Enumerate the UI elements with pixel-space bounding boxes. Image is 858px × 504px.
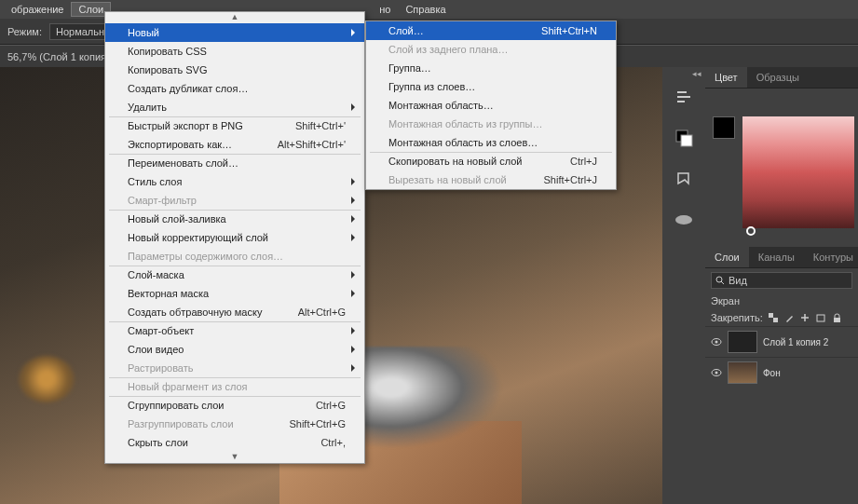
layers-panel: Вид Экран Закрепить: Слой 1 копия 2 Фон bbox=[705, 268, 858, 504]
layer-row[interactable]: Слой 1 копия 2 bbox=[705, 326, 858, 357]
layer-name[interactable]: Слой 1 копия 2 bbox=[763, 337, 828, 347]
menu-help[interactable]: Справка bbox=[398, 2, 453, 17]
svg-point-15 bbox=[715, 372, 718, 375]
menu-new[interactable]: Новый bbox=[105, 23, 364, 42]
tab-color[interactable]: Цвет bbox=[705, 67, 747, 88]
svg-point-5 bbox=[675, 215, 692, 225]
submenu-copy-to-new-layer[interactable]: Скопировать на новый слойCtrl+J bbox=[366, 152, 616, 170]
svg-rect-9 bbox=[773, 318, 778, 322]
svg-rect-2 bbox=[677, 101, 685, 102]
layer-blend-mode[interactable]: Экран bbox=[705, 293, 858, 309]
menu-rename-layer[interactable]: Переименовать слой… bbox=[105, 154, 364, 172]
scroll-up-icon[interactable]: ▲ bbox=[105, 12, 364, 23]
menu-layer-style[interactable]: Стиль слоя bbox=[105, 172, 364, 191]
menu-layer-mask[interactable]: Слой-маска bbox=[105, 266, 364, 284]
svg-rect-8 bbox=[769, 313, 773, 318]
swatch-icon[interactable] bbox=[673, 127, 695, 149]
paragraph-icon[interactable] bbox=[673, 168, 695, 190]
scroll-down-icon[interactable]: ▼ bbox=[105, 452, 364, 463]
color-panel bbox=[705, 89, 858, 247]
svg-point-13 bbox=[715, 341, 718, 344]
lock-pixels-icon[interactable] bbox=[784, 313, 795, 323]
lock-label: Закрепить: bbox=[711, 312, 763, 323]
tab-paths[interactable]: Контуры bbox=[804, 247, 858, 267]
image-detail bbox=[19, 356, 75, 402]
menu-vector-mask[interactable]: Векторная маска bbox=[105, 284, 364, 303]
submenu-artboard-from-layers[interactable]: Монтажная область из слоев… bbox=[366, 133, 616, 152]
layer-filter-select[interactable]: Вид bbox=[711, 272, 852, 289]
svg-rect-4 bbox=[681, 135, 692, 146]
menu-rasterize: Растрировать bbox=[105, 359, 364, 377]
svg-rect-0 bbox=[677, 91, 687, 93]
menu-smart-objects[interactable]: Смарт-объект bbox=[105, 321, 364, 340]
menu-export-as[interactable]: Экспортировать как…Alt+Shift+Ctrl+' bbox=[105, 135, 364, 154]
layers-dropdown-menu: ▲ Новый Копировать CSS Копировать SVG Со… bbox=[104, 11, 365, 464]
lock-position-icon[interactable] bbox=[800, 313, 810, 323]
layers-panel-tabs: Слои Каналы Контуры bbox=[705, 247, 858, 268]
tab-swatches[interactable]: Образцы bbox=[747, 67, 809, 88]
menu-clipping-mask[interactable]: Создать обтравочную маскуAlt+Ctrl+G bbox=[105, 303, 364, 321]
lock-all-icon[interactable] bbox=[832, 313, 842, 323]
lock-row: Закрепить: bbox=[705, 309, 858, 326]
lock-transparency-icon[interactable] bbox=[769, 313, 779, 323]
tab-channels[interactable]: Каналы bbox=[749, 247, 804, 267]
submenu-layer-from-bg: Слой из заднего плана… bbox=[366, 40, 616, 59]
menu-copy-css[interactable]: Копировать CSS bbox=[105, 42, 364, 61]
new-submenu: Слой…Shift+Ctrl+N Слой из заднего плана…… bbox=[365, 20, 617, 190]
submenu-artboard-from-group: Монтажная область из группы… bbox=[366, 115, 616, 133]
visibility-icon[interactable] bbox=[711, 337, 722, 347]
svg-line-7 bbox=[721, 281, 724, 284]
menu-hide-layers[interactable]: Скрыть слоиCtrl+, bbox=[105, 433, 364, 452]
submenu-layer[interactable]: Слой…Shift+Ctrl+N bbox=[366, 21, 616, 40]
menu-new-slice-from-layer: Новый фрагмент из слоя bbox=[105, 377, 364, 396]
mode-label: Режим: bbox=[7, 26, 42, 37]
color-panel-tabs: Цвет Образцы bbox=[705, 67, 858, 89]
visibility-icon[interactable] bbox=[711, 368, 722, 377]
layer-thumbnail[interactable] bbox=[728, 361, 757, 384]
submenu-artboard[interactable]: Монтажная область… bbox=[366, 96, 616, 115]
menu-smart-filter: Смарт-фильтр bbox=[105, 191, 364, 210]
svg-rect-11 bbox=[834, 318, 840, 322]
expand-icon[interactable]: ◂◂ bbox=[692, 69, 701, 78]
menu-layer-content-options: Параметры содержимого слоя… bbox=[105, 247, 364, 266]
menu-ungroup-layers: Разгруппировать слоиShift+Ctrl+G bbox=[105, 415, 364, 433]
menu-quick-export[interactable]: Быстрый экспорт в PNGShift+Ctrl+' bbox=[105, 116, 364, 135]
history-icon[interactable] bbox=[673, 86, 695, 108]
lock-artboard-icon[interactable] bbox=[816, 313, 826, 323]
svg-rect-10 bbox=[817, 315, 824, 321]
menu-new-fill-layer[interactable]: Новый слой-заливка bbox=[105, 210, 364, 228]
layer-row[interactable]: Фон bbox=[705, 357, 858, 388]
search-icon bbox=[715, 276, 725, 285]
brush-icon[interactable] bbox=[673, 209, 695, 231]
tab-layers[interactable]: Слои bbox=[705, 247, 749, 267]
collapsed-panels: ◂◂ bbox=[662, 67, 705, 504]
menu-image[interactable]: ображение bbox=[4, 2, 71, 17]
color-cursor[interactable] bbox=[746, 226, 756, 236]
right-panel-dock: Цвет Образцы Слои Каналы Контуры Вид Экр… bbox=[705, 67, 858, 504]
layer-list: Слой 1 копия 2 Фон bbox=[705, 326, 858, 504]
submenu-group[interactable]: Группа… bbox=[366, 59, 616, 77]
color-picker-field[interactable] bbox=[742, 116, 854, 228]
menu-video-layers[interactable]: Слои видео bbox=[105, 340, 364, 359]
svg-rect-1 bbox=[677, 96, 690, 98]
submenu-cut-to-new-layer: Вырезать на новый слойShift+Ctrl+J bbox=[366, 170, 616, 189]
menu-delete[interactable]: Удалить bbox=[105, 98, 364, 116]
layer-name[interactable]: Фон bbox=[763, 368, 781, 378]
menu-window[interactable]: но bbox=[372, 2, 398, 17]
foreground-color[interactable] bbox=[713, 116, 735, 139]
menu-new-adjustment-layer[interactable]: Новый корректирующий слой bbox=[105, 228, 364, 247]
submenu-group-from-layers[interactable]: Группа из слоев… bbox=[366, 77, 616, 96]
menu-copy-svg[interactable]: Копировать SVG bbox=[105, 61, 364, 79]
menu-group-layers[interactable]: Сгруппировать слоиCtrl+G bbox=[105, 396, 364, 415]
menu-duplicate-layer[interactable]: Создать дубликат слоя… bbox=[105, 79, 364, 98]
layer-thumbnail[interactable] bbox=[728, 331, 757, 353]
